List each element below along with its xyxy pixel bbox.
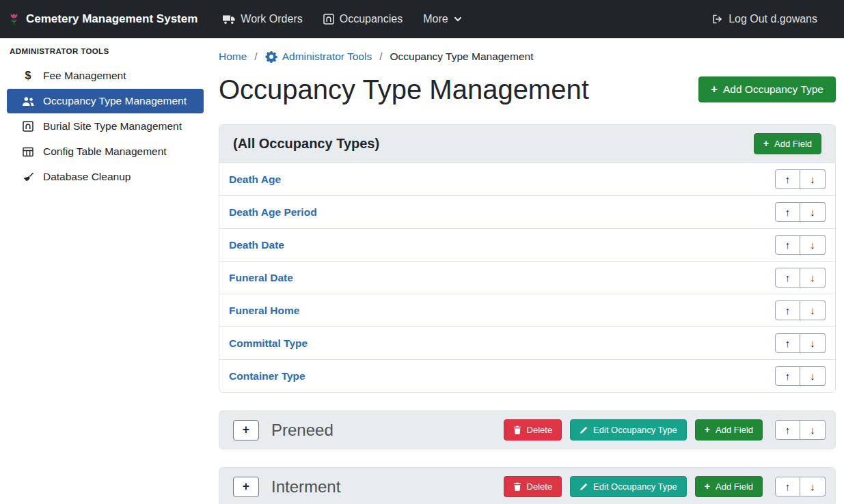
plus-icon: + — [243, 424, 249, 436]
plus-icon: + — [705, 481, 710, 491]
move-up-button[interactable]: ↑ — [775, 420, 800, 440]
move-up-button[interactable]: ↑ — [775, 477, 800, 496]
breadcrumb-admin-tools-label: Administrator Tools — [282, 51, 372, 63]
all-occupancy-types-card: (All Occupancy Types) + Add Field Death … — [219, 124, 836, 393]
move-down-button[interactable]: ↓ — [800, 300, 826, 320]
admin-tools-sidebar: Administrator Tools $ Fee Management Occ… — [0, 38, 210, 190]
field-link[interactable]: Death Age — [229, 173, 281, 186]
reorder-controls: ↑ ↓ — [775, 477, 826, 496]
breadcrumb-home-link[interactable]: Home — [219, 51, 247, 63]
nav-occupancies[interactable]: Occupancies — [313, 8, 413, 31]
sidebar-item-burial-site-type-management[interactable]: Burial Site Type Management — [7, 114, 204, 139]
move-up-button[interactable]: ↑ — [775, 202, 800, 222]
users-icon — [21, 96, 36, 107]
table-icon — [21, 147, 36, 157]
arrow-down-icon: ↓ — [810, 424, 815, 436]
reorder-controls: ↑ ↓ — [775, 235, 826, 255]
pencil-icon — [580, 483, 588, 491]
move-down-button[interactable]: ↓ — [800, 420, 826, 440]
move-up-button[interactable]: ↑ — [775, 300, 800, 320]
field-link[interactable]: Death Age Period — [229, 206, 317, 219]
nav-occupancies-label: Occupancies — [340, 13, 403, 25]
arrow-down-icon: ↓ — [810, 206, 815, 218]
section-actions: Delete Edit Occupancy Type + Add Field ↑ — [504, 476, 826, 497]
field-link[interactable]: Container Type — [229, 370, 305, 382]
move-up-button[interactable]: ↑ — [775, 366, 800, 386]
work-orders-icon — [223, 14, 235, 25]
reorder-controls: ↑ ↓ — [775, 420, 826, 440]
add-occupancy-type-button[interactable]: + Add Occupancy Type — [698, 76, 836, 102]
plus-icon: + — [711, 83, 718, 95]
nav-more-label: More — [423, 13, 448, 25]
section-actions: Delete Edit Occupancy Type + Add Field ↑ — [504, 419, 826, 440]
add-field-button[interactable]: + Add Field — [754, 133, 821, 154]
sidebar-item-label: Occupancy Type Management — [43, 95, 187, 107]
page-body: Administrator Tools $ Fee Management Occ… — [0, 38, 844, 504]
reorder-controls: ↑ ↓ — [775, 169, 826, 189]
breadcrumb: Home / Administrator Tools / Occupancy T… — [219, 48, 836, 63]
breadcrumb-admin-tools-link[interactable]: Administrator Tools — [265, 51, 372, 63]
expand-button[interactable]: + — [233, 477, 259, 497]
arrow-up-icon: ↑ — [785, 239, 791, 251]
field-row: Death Age ↑ ↓ — [219, 163, 835, 196]
nav-work-orders[interactable]: Work Orders — [213, 8, 312, 31]
sidebar-item-fee-management[interactable]: $ Fee Management — [7, 64, 204, 88]
delete-label: Delete — [527, 481, 553, 492]
delete-button[interactable]: Delete — [504, 476, 562, 497]
trash-icon — [513, 425, 521, 434]
move-down-button[interactable]: ↓ — [800, 202, 826, 222]
field-link[interactable]: Committal Type — [229, 337, 308, 350]
edit-occupancy-type-button[interactable]: Edit Occupancy Type — [570, 419, 687, 440]
reorder-controls: ↑ ↓ — [775, 366, 826, 386]
move-down-button[interactable]: ↓ — [800, 235, 826, 255]
delete-label: Delete — [527, 425, 553, 435]
reorder-controls: ↑ ↓ — [775, 268, 826, 288]
field-row: Funeral Date ↑ ↓ — [219, 262, 835, 294]
app-brand[interactable]: Cemetery Management System — [8, 12, 198, 26]
arrow-down-icon: ↓ — [810, 305, 815, 316]
delete-button[interactable]: Delete — [504, 419, 562, 440]
field-link[interactable]: Death Date — [229, 239, 284, 251]
page-title: Occupancy Type Management — [219, 74, 589, 105]
move-up-button[interactable]: ↑ — [775, 333, 800, 353]
sidebar-item-label: Config Table Management — [43, 145, 167, 158]
reorder-controls: ↑ ↓ — [775, 202, 826, 222]
move-up-button[interactable]: ↑ — [775, 235, 800, 255]
add-field-label: Add Field — [774, 139, 812, 149]
arrow-up-icon: ↑ — [785, 424, 791, 436]
add-field-button[interactable]: + Add Field — [695, 419, 763, 440]
move-down-button[interactable]: ↓ — [800, 333, 826, 353]
field-link[interactable]: Funeral Home — [229, 305, 299, 317]
all-occupancy-types-title: (All Occupancy Types) — [233, 136, 379, 152]
sidebar-item-config-table-management[interactable]: Config Table Management — [7, 139, 204, 164]
sidebar-item-database-cleanup[interactable]: Database Cleanup — [7, 165, 204, 189]
breadcrumb-separator: / — [254, 51, 257, 63]
field-link[interactable]: Funeral Date — [229, 272, 293, 284]
logout-button[interactable]: Log Out d.gowans — [701, 8, 828, 31]
nav-more[interactable]: More — [413, 8, 472, 31]
expand-button[interactable]: + — [233, 420, 259, 440]
field-row: Committal Type ↑ ↓ — [219, 327, 835, 360]
occupancies-icon — [323, 14, 334, 25]
broom-icon — [21, 172, 36, 182]
field-row: Container Type ↑ ↓ — [219, 360, 835, 392]
arrow-up-icon: ↑ — [785, 370, 791, 382]
sidebar-item-occupancy-type-management[interactable]: Occupancy Type Management — [7, 89, 204, 113]
arrow-up-icon: ↑ — [785, 481, 791, 492]
move-up-button[interactable]: ↑ — [775, 268, 800, 288]
move-down-button[interactable]: ↓ — [800, 169, 826, 189]
gear-icon — [265, 51, 277, 63]
arrow-up-icon: ↑ — [785, 337, 791, 349]
field-row: Death Age Period ↑ ↓ — [219, 196, 835, 229]
move-down-button[interactable]: ↓ — [800, 477, 826, 496]
plus-icon: + — [763, 139, 769, 148]
move-down-button[interactable]: ↓ — [800, 268, 826, 288]
nav-work-orders-label: Work Orders — [241, 13, 302, 25]
sidebar-item-label: Burial Site Type Management — [43, 120, 182, 132]
edit-occupancy-type-button[interactable]: Edit Occupancy Type — [570, 476, 687, 497]
move-up-button[interactable]: ↑ — [775, 169, 800, 189]
breadcrumb-current: Occupancy Type Management — [390, 51, 534, 63]
move-down-button[interactable]: ↓ — [800, 366, 826, 386]
section-title: Preneed — [271, 421, 504, 440]
add-field-button[interactable]: + Add Field — [695, 476, 763, 497]
